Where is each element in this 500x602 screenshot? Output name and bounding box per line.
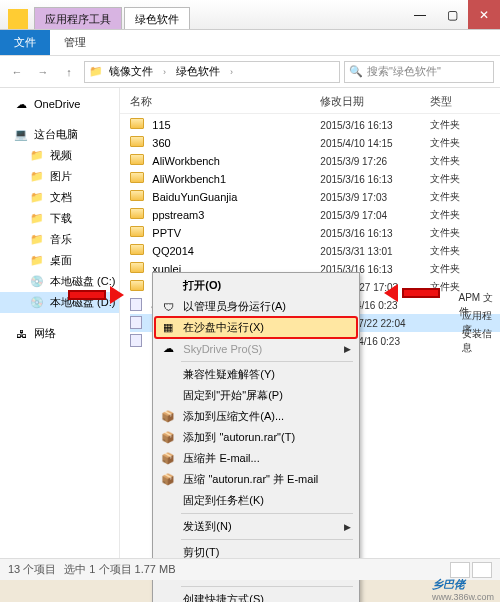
sidebar-label: 图片 bbox=[50, 169, 72, 184]
annotation-arrow-left bbox=[68, 286, 122, 304]
sidebar-item[interactable]: 🖧网络 bbox=[0, 323, 119, 344]
file-type: 文件夹 bbox=[430, 118, 460, 132]
up-button[interactable]: ↑ bbox=[58, 61, 80, 83]
menu-icon: ▦ bbox=[159, 320, 177, 336]
sidebar-icon: ☁ bbox=[14, 97, 28, 111]
file-name: BaiduYunGuanjia bbox=[152, 191, 320, 203]
menu-label: 固定到"开始"屏幕(P) bbox=[183, 388, 351, 403]
file-type: 安装信息 bbox=[462, 327, 500, 355]
sidebar-item[interactable]: 📁文档 bbox=[0, 187, 119, 208]
tool-tab[interactable]: 应用程序工具 bbox=[34, 7, 122, 29]
sidebar-item[interactable]: 💻这台电脑 bbox=[0, 124, 119, 145]
menu-item[interactable]: 固定到"开始"屏幕(P) bbox=[155, 385, 357, 406]
folder-icon bbox=[130, 226, 146, 240]
sidebar-icon: 📁 bbox=[30, 212, 44, 226]
file-name: ppstream3 bbox=[152, 209, 320, 221]
status-selection: 选中 1 个项目 1.77 MB bbox=[64, 562, 175, 577]
folder-icon bbox=[130, 190, 146, 204]
menu-item[interactable]: ☁SkyDrive Pro(S)▶ bbox=[155, 338, 357, 359]
title-tab: 绿色软件 bbox=[124, 7, 190, 29]
minimize-button[interactable]: — bbox=[404, 0, 436, 29]
file-icon bbox=[130, 298, 145, 312]
table-row[interactable]: QQ20142015/3/31 13:01文件夹 bbox=[130, 242, 500, 260]
sidebar-item[interactable]: 📁图片 bbox=[0, 166, 119, 187]
column-headers: 名称 修改日期 类型 bbox=[120, 88, 500, 114]
folder-icon bbox=[130, 172, 146, 186]
menu-icon: 🛡 bbox=[159, 299, 177, 315]
status-bar: 13 个项目 选中 1 个项目 1.77 MB bbox=[0, 558, 500, 580]
col-name[interactable]: 名称 bbox=[130, 94, 320, 109]
status-count: 13 个项目 bbox=[8, 562, 56, 577]
col-date[interactable]: 修改日期 bbox=[320, 94, 430, 109]
menu-label: 发送到(N) bbox=[183, 519, 338, 534]
forward-button[interactable]: → bbox=[32, 61, 54, 83]
app-icon bbox=[8, 9, 28, 29]
sidebar-icon: 💿 bbox=[30, 296, 44, 310]
menu-icon bbox=[159, 493, 177, 509]
folder-icon bbox=[130, 280, 146, 294]
file-type: 文件夹 bbox=[430, 154, 460, 168]
file-name: 115 bbox=[152, 119, 320, 131]
table-row[interactable]: 1152015/3/16 16:13文件夹 bbox=[130, 116, 500, 134]
folder-icon bbox=[130, 154, 146, 168]
sidebar-label: 下载 bbox=[50, 211, 72, 226]
search-icon: 🔍 bbox=[349, 65, 363, 78]
menu-icon bbox=[159, 519, 177, 535]
menu-item[interactable]: 📦添加到 "autorun.rar"(T) bbox=[155, 427, 357, 448]
file-date: 2015/3/31 13:01 bbox=[320, 246, 430, 257]
sidebar-icon: 💻 bbox=[14, 128, 28, 142]
sidebar-item[interactable]: 📁下载 bbox=[0, 208, 119, 229]
menu-icon: 📦 bbox=[159, 430, 177, 446]
search-input[interactable]: 🔍 搜索"绿色软件" bbox=[344, 61, 494, 83]
sidebar-item[interactable]: ☁OneDrive bbox=[0, 94, 119, 114]
menu-label: 兼容性疑难解答(Y) bbox=[183, 367, 351, 382]
table-row[interactable]: AliWorkbench2015/3/9 17:26文件夹 bbox=[130, 152, 500, 170]
menu-item[interactable]: ▦在沙盘中运行(X) bbox=[155, 317, 357, 338]
file-menu[interactable]: 文件 bbox=[0, 30, 50, 55]
file-type: 文件夹 bbox=[430, 244, 460, 258]
sidebar-item[interactable]: 📁音乐 bbox=[0, 229, 119, 250]
menu-item[interactable]: 📦压缩 "autorun.rar" 并 E-mail bbox=[155, 469, 357, 490]
file-pane: 名称 修改日期 类型 1152015/3/16 16:13文件夹3602015/… bbox=[120, 88, 500, 578]
menu-item[interactable]: 📦添加到压缩文件(A)... bbox=[155, 406, 357, 427]
file-date: 2015/3/9 17:04 bbox=[320, 210, 430, 221]
ribbon-tab-manage[interactable]: 管理 bbox=[50, 30, 100, 55]
submenu-arrow-icon: ▶ bbox=[344, 344, 351, 354]
menu-item[interactable]: 创建快捷方式(S) bbox=[155, 589, 357, 602]
file-date: 2015/3/9 17:26 bbox=[320, 156, 430, 167]
table-row[interactable]: ppstream32015/3/9 17:04文件夹 bbox=[130, 206, 500, 224]
file-type: 文件夹 bbox=[430, 136, 460, 150]
menu-item[interactable]: 固定到任务栏(K) bbox=[155, 490, 357, 511]
sidebar-label: 文档 bbox=[50, 190, 72, 205]
file-name: AliWorkbench1 bbox=[152, 173, 320, 185]
menu-icon: 📦 bbox=[159, 409, 177, 425]
menu-icon bbox=[159, 592, 177, 603]
menu-item[interactable]: 📦压缩并 E-mail... bbox=[155, 448, 357, 469]
table-row[interactable]: PPTV2015/3/16 16:13文件夹 bbox=[130, 224, 500, 242]
sidebar-item[interactable]: 📁桌面 bbox=[0, 250, 119, 271]
address-bar: ← → ↑ 📁 镜像文件 › 绿色软件 › 🔍 搜索"绿色软件" bbox=[0, 56, 500, 88]
file-type: 文件夹 bbox=[430, 208, 460, 222]
file-date: 2015/4/10 14:15 bbox=[320, 138, 430, 149]
crumb[interactable]: 镜像文件 bbox=[105, 64, 157, 79]
menu-item[interactable]: 发送到(N)▶ bbox=[155, 516, 357, 537]
menu-item[interactable]: 🛡以管理员身份运行(A) bbox=[155, 296, 357, 317]
table-row[interactable]: BaiduYunGuanjia2015/3/9 17:03文件夹 bbox=[130, 188, 500, 206]
table-row[interactable]: AliWorkbench12015/3/16 16:13文件夹 bbox=[130, 170, 500, 188]
sidebar-icon: 💿 bbox=[30, 275, 44, 289]
table-row[interactable]: 3602015/4/10 14:15文件夹 bbox=[130, 134, 500, 152]
maximize-button[interactable]: ▢ bbox=[436, 0, 468, 29]
menu-label: 添加到压缩文件(A)... bbox=[183, 409, 351, 424]
back-button[interactable]: ← bbox=[6, 61, 28, 83]
menu-label: 固定到任务栏(K) bbox=[183, 493, 351, 508]
file-date: 2015/3/16 16:13 bbox=[320, 228, 430, 239]
file-date: 2015/3/16 16:13 bbox=[320, 120, 430, 131]
menu-item[interactable]: 兼容性疑难解答(Y) bbox=[155, 364, 357, 385]
sidebar-item[interactable]: 📁视频 bbox=[0, 145, 119, 166]
crumb[interactable]: 绿色软件 bbox=[172, 64, 224, 79]
close-button[interactable]: ✕ bbox=[468, 0, 500, 29]
menu-item[interactable]: 打开(O) bbox=[155, 275, 357, 296]
col-type[interactable]: 类型 bbox=[430, 94, 500, 109]
menu-label: 添加到 "autorun.rar"(T) bbox=[183, 430, 351, 445]
breadcrumb[interactable]: 📁 镜像文件 › 绿色软件 › bbox=[84, 61, 340, 83]
